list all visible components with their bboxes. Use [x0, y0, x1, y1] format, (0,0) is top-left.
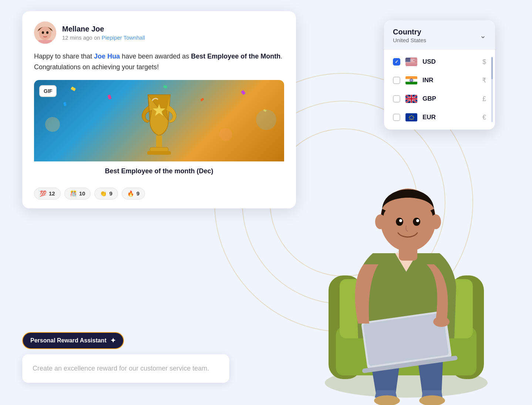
post-header: Mellane Joe 12 mins ago on Piepiper Town… — [34, 21, 284, 44]
selected-country: United States — [393, 37, 426, 43]
assistant-card: Personal Reward Assistant ✦ Create an ex… — [22, 332, 229, 383]
currency-checkbox-inr[interactable] — [393, 77, 400, 84]
trophy-svg — [129, 87, 189, 161]
avatar — [34, 21, 56, 44]
svg-point-21 — [42, 31, 44, 34]
svg-rect-34 — [405, 65, 417, 66]
svg-point-15 — [399, 219, 402, 222]
currency-item-eur[interactable]: ★ ★ ★ ★ ★ ★ ★ ★ EUR € — [384, 108, 495, 127]
flag-inr — [405, 76, 417, 84]
assistant-input-display[interactable]: Create an excellence reward for our cust… — [22, 354, 229, 383]
confetti — [71, 86, 76, 91]
currency-code-gbp: GBP — [422, 95, 477, 103]
currency-symbol-gbp: £ — [482, 95, 486, 103]
svg-rect-33 — [405, 63, 417, 64]
flag-gbp — [405, 95, 417, 103]
gif-badge: GIF — [39, 85, 57, 97]
currency-item-gbp[interactable]: GBP £ — [384, 90, 495, 108]
svg-point-10 — [433, 317, 449, 327]
currency-code-eur: EUR — [422, 114, 477, 121]
author-name: Mellane Joe — [62, 24, 145, 33]
currency-checkbox-eur[interactable] — [393, 114, 400, 121]
mentioned-name[interactable]: Joe Hua — [94, 53, 120, 60]
scroll-indicator — [491, 57, 493, 122]
trophy-image-area: GIF — [34, 80, 284, 181]
reaction-emoji: 💯 — [40, 190, 47, 197]
currency-item-usd[interactable]: ★★★★★★ ★★★★★ ★★★★★★ USD $ — [384, 53, 495, 71]
svg-rect-41 — [405, 82, 417, 84]
channel-link[interactable]: Piepiper Townhall — [102, 34, 145, 41]
flag-usd: ★★★★★★ ★★★★★ ★★★★★★ — [405, 58, 417, 66]
reaction-count: 9 — [109, 190, 112, 197]
reaction-party[interactable]: 🎊 10 — [64, 188, 91, 200]
country-label: Country — [393, 28, 426, 36]
reaction-count: 12 — [49, 190, 55, 197]
currency-item-inr[interactable]: INR ₹ — [384, 71, 495, 90]
currency-code-usd: USD — [422, 58, 477, 66]
svg-point-22 — [46, 31, 48, 34]
confetti — [63, 102, 67, 106]
svg-point-16 — [416, 219, 419, 222]
svg-point-20 — [39, 27, 51, 40]
svg-point-14 — [413, 218, 420, 226]
svg-point-17 — [375, 214, 385, 229]
currency-symbol-usd: $ — [482, 58, 486, 66]
reactions-bar: 💯 12 🎊 10 👏 9 🔥 9 — [34, 188, 284, 200]
post-time: 12 mins ago on Piepiper Townhall — [62, 34, 145, 41]
currency-symbol-eur: € — [482, 114, 486, 121]
trophy-background: GIF — [34, 80, 284, 161]
reaction-emoji: 🎊 — [70, 190, 77, 197]
chevron-down-icon[interactable]: ⌄ — [480, 31, 486, 40]
svg-rect-26 — [147, 151, 171, 155]
svg-rect-40 — [405, 76, 417, 79]
svg-point-13 — [396, 218, 403, 226]
reaction-emoji: 👏 — [100, 190, 107, 197]
reaction-emoji: 🔥 — [127, 190, 134, 197]
flag-eur: ★ ★ ★ ★ ★ ★ ★ ★ — [405, 113, 417, 121]
svg-rect-24 — [156, 135, 162, 148]
reaction-count: 10 — [79, 190, 85, 197]
svg-point-18 — [431, 214, 441, 229]
confetti — [241, 90, 246, 95]
currency-symbol-inr: ₹ — [482, 76, 486, 84]
currency-list: ★★★★★★ ★★★★★ ★★★★★★ USD $ — [384, 50, 495, 130]
svg-rect-23 — [38, 40, 52, 44]
currency-card: Country United States ⌄ — [384, 20, 495, 130]
currency-header[interactable]: Country United States ⌄ — [384, 20, 495, 50]
reaction-100[interactable]: 💯 12 — [34, 188, 61, 200]
sparkle-icon: ✦ — [110, 337, 116, 345]
person-image — [299, 116, 514, 405]
post-author-info: Mellane Joe 12 mins ago on Piepiper Town… — [62, 24, 145, 41]
confetti — [107, 94, 112, 100]
post-card: Mellane Joe 12 mins ago on Piepiper Town… — [22, 11, 296, 208]
currency-checkbox-usd[interactable] — [393, 58, 400, 66]
reaction-count: 9 — [137, 190, 139, 197]
svg-text:★★★★★★: ★★★★★★ — [406, 61, 415, 63]
assistant-label: Personal Reward Assistant — [30, 337, 107, 344]
reaction-fire[interactable]: 🔥 9 — [122, 188, 145, 200]
assistant-badge: Personal Reward Assistant ✦ — [22, 332, 124, 349]
post-text: Happy to share that Joe Hua have been aw… — [34, 51, 284, 73]
reaction-clap[interactable]: 👏 9 — [94, 188, 118, 200]
main-container: Mellane Joe 12 mins ago on Piepiper Town… — [0, 0, 532, 405]
currency-checkbox-gbp[interactable] — [393, 95, 400, 103]
trophy-label: Best Employee of the month (Dec) — [34, 161, 284, 181]
currency-code-inr: INR — [422, 77, 477, 84]
confetti — [200, 98, 204, 101]
